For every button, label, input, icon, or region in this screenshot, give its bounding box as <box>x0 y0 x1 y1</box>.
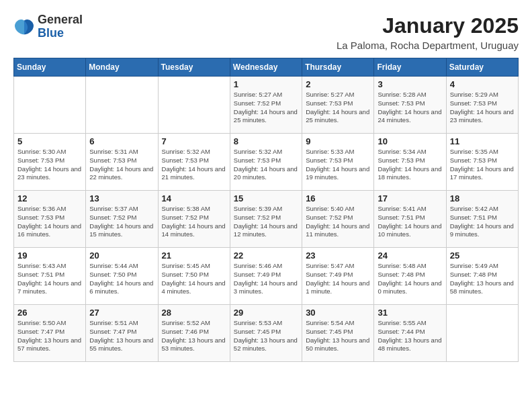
day-info: Sunrise: 5:43 AM Sunset: 7:51 PM Dayligh… <box>17 262 82 296</box>
calendar-subtitle: La Paloma, Rocha Department, Uruguay <box>337 40 519 51</box>
calendar-cell: 19Sunrise: 5:43 AM Sunset: 7:51 PM Dayli… <box>14 248 86 305</box>
day-info: Sunrise: 5:46 AM Sunset: 7:49 PM Dayligh… <box>234 262 298 296</box>
day-info: Sunrise: 5:34 AM Sunset: 7:53 PM Dayligh… <box>378 148 442 182</box>
day-info: Sunrise: 5:27 AM Sunset: 7:52 PM Dayligh… <box>234 91 298 125</box>
logo-blue-text: Blue <box>38 27 83 40</box>
day-info: Sunrise: 5:40 AM Sunset: 7:52 PM Dayligh… <box>306 205 370 239</box>
calendar-week-1: 1Sunrise: 5:27 AM Sunset: 7:52 PM Daylig… <box>14 77 519 134</box>
calendar-body: 1Sunrise: 5:27 AM Sunset: 7:52 PM Daylig… <box>14 77 519 362</box>
calendar-cell: 17Sunrise: 5:41 AM Sunset: 7:51 PM Dayli… <box>374 191 446 248</box>
day-info: Sunrise: 5:32 AM Sunset: 7:53 PM Dayligh… <box>234 148 298 182</box>
day-info: Sunrise: 5:28 AM Sunset: 7:53 PM Dayligh… <box>378 91 442 125</box>
day-number: 15 <box>234 193 298 203</box>
day-number: 12 <box>17 193 82 203</box>
calendar-cell: 10Sunrise: 5:34 AM Sunset: 7:53 PM Dayli… <box>374 134 446 191</box>
calendar-cell: 12Sunrise: 5:36 AM Sunset: 7:53 PM Dayli… <box>14 191 86 248</box>
day-info: Sunrise: 5:27 AM Sunset: 7:53 PM Dayligh… <box>306 91 370 125</box>
header-sunday: Sunday <box>14 58 86 77</box>
calendar-cell: 8Sunrise: 5:32 AM Sunset: 7:53 PM Daylig… <box>230 134 302 191</box>
day-number: 31 <box>378 308 442 318</box>
calendar-week-4: 19Sunrise: 5:43 AM Sunset: 7:51 PM Dayli… <box>14 248 519 305</box>
day-info: Sunrise: 5:39 AM Sunset: 7:52 PM Dayligh… <box>234 205 298 239</box>
day-number: 2 <box>306 79 370 89</box>
day-number: 1 <box>234 79 298 89</box>
day-number: 20 <box>89 250 154 261</box>
calendar-cell: 28Sunrise: 5:52 AM Sunset: 7:46 PM Dayli… <box>158 305 230 362</box>
day-number: 19 <box>17 250 82 261</box>
calendar-week-3: 12Sunrise: 5:36 AM Sunset: 7:53 PM Dayli… <box>14 191 519 248</box>
day-info: Sunrise: 5:52 AM Sunset: 7:46 PM Dayligh… <box>162 319 226 353</box>
calendar-cell: 5Sunrise: 5:30 AM Sunset: 7:53 PM Daylig… <box>14 134 86 191</box>
day-number: 23 <box>306 250 370 261</box>
day-number: 14 <box>162 193 226 203</box>
calendar-cell <box>446 305 518 362</box>
header-tuesday: Tuesday <box>158 58 230 77</box>
calendar-cell: 7Sunrise: 5:32 AM Sunset: 7:53 PM Daylig… <box>158 134 230 191</box>
day-number: 28 <box>162 308 226 318</box>
calendar-week-2: 5Sunrise: 5:30 AM Sunset: 7:53 PM Daylig… <box>14 134 519 191</box>
calendar-cell: 11Sunrise: 5:35 AM Sunset: 7:53 PM Dayli… <box>446 134 518 191</box>
calendar-cell: 25Sunrise: 5:49 AM Sunset: 7:48 PM Dayli… <box>446 248 518 305</box>
day-number: 4 <box>450 79 515 89</box>
day-info: Sunrise: 5:54 AM Sunset: 7:45 PM Dayligh… <box>306 319 370 353</box>
logo: General Blue <box>13 13 83 40</box>
calendar-cell: 13Sunrise: 5:37 AM Sunset: 7:52 PM Dayli… <box>86 191 158 248</box>
calendar-cell <box>86 77 158 134</box>
day-info: Sunrise: 5:53 AM Sunset: 7:45 PM Dayligh… <box>234 319 298 353</box>
calendar-cell: 24Sunrise: 5:48 AM Sunset: 7:48 PM Dayli… <box>374 248 446 305</box>
day-number: 10 <box>378 136 442 146</box>
day-info: Sunrise: 5:44 AM Sunset: 7:50 PM Dayligh… <box>89 262 154 296</box>
day-number: 9 <box>306 136 370 146</box>
header-row: Sunday Monday Tuesday Wednesday Thursday… <box>14 58 519 77</box>
calendar-cell: 20Sunrise: 5:44 AM Sunset: 7:50 PM Dayli… <box>86 248 158 305</box>
day-number: 8 <box>234 136 298 146</box>
calendar-table: Sunday Monday Tuesday Wednesday Thursday… <box>13 58 519 362</box>
day-info: Sunrise: 5:37 AM Sunset: 7:52 PM Dayligh… <box>89 205 154 239</box>
calendar-cell: 26Sunrise: 5:50 AM Sunset: 7:47 PM Dayli… <box>14 305 86 362</box>
day-number: 6 <box>89 136 154 146</box>
calendar-cell: 18Sunrise: 5:42 AM Sunset: 7:51 PM Dayli… <box>446 191 518 248</box>
calendar-cell <box>14 77 86 134</box>
day-number: 5 <box>17 136 82 146</box>
calendar-cell: 16Sunrise: 5:40 AM Sunset: 7:52 PM Dayli… <box>302 191 374 248</box>
day-number: 3 <box>378 79 442 89</box>
page-header: General Blue January 2025 La Paloma, Roc… <box>13 13 519 51</box>
header-monday: Monday <box>86 58 158 77</box>
header-friday: Friday <box>374 58 446 77</box>
day-info: Sunrise: 5:31 AM Sunset: 7:53 PM Dayligh… <box>89 148 154 182</box>
calendar-title: January 2025 <box>337 13 519 38</box>
day-number: 17 <box>378 193 442 203</box>
calendar-cell: 23Sunrise: 5:47 AM Sunset: 7:49 PM Dayli… <box>302 248 374 305</box>
calendar-cell: 22Sunrise: 5:46 AM Sunset: 7:49 PM Dayli… <box>230 248 302 305</box>
day-info: Sunrise: 5:49 AM Sunset: 7:48 PM Dayligh… <box>450 262 515 296</box>
day-number: 11 <box>450 136 515 146</box>
day-info: Sunrise: 5:50 AM Sunset: 7:47 PM Dayligh… <box>17 319 82 353</box>
calendar-cell: 1Sunrise: 5:27 AM Sunset: 7:52 PM Daylig… <box>230 77 302 134</box>
day-info: Sunrise: 5:47 AM Sunset: 7:49 PM Dayligh… <box>306 262 370 296</box>
day-info: Sunrise: 5:42 AM Sunset: 7:51 PM Dayligh… <box>450 205 515 239</box>
day-info: Sunrise: 5:45 AM Sunset: 7:50 PM Dayligh… <box>162 262 226 296</box>
header-wednesday: Wednesday <box>230 58 302 77</box>
day-number: 21 <box>162 250 226 261</box>
day-info: Sunrise: 5:41 AM Sunset: 7:51 PM Dayligh… <box>378 205 442 239</box>
day-number: 27 <box>89 308 154 318</box>
day-number: 18 <box>450 193 515 203</box>
day-number: 25 <box>450 250 515 261</box>
day-number: 30 <box>306 308 370 318</box>
calendar-cell <box>158 77 230 134</box>
title-area: January 2025 La Paloma, Rocha Department… <box>337 13 519 51</box>
calendar-cell: 6Sunrise: 5:31 AM Sunset: 7:53 PM Daylig… <box>86 134 158 191</box>
day-info: Sunrise: 5:55 AM Sunset: 7:44 PM Dayligh… <box>378 319 442 353</box>
calendar-cell: 30Sunrise: 5:54 AM Sunset: 7:45 PM Dayli… <box>302 305 374 362</box>
calendar-cell: 4Sunrise: 5:29 AM Sunset: 7:53 PM Daylig… <box>446 77 518 134</box>
calendar-header: Sunday Monday Tuesday Wednesday Thursday… <box>14 58 519 77</box>
day-info: Sunrise: 5:51 AM Sunset: 7:47 PM Dayligh… <box>89 319 154 353</box>
calendar-cell: 15Sunrise: 5:39 AM Sunset: 7:52 PM Dayli… <box>230 191 302 248</box>
day-number: 29 <box>234 308 298 318</box>
logo-icon <box>13 16 35 38</box>
day-info: Sunrise: 5:36 AM Sunset: 7:53 PM Dayligh… <box>17 205 82 239</box>
day-number: 7 <box>162 136 226 146</box>
day-number: 26 <box>17 308 82 318</box>
day-info: Sunrise: 5:38 AM Sunset: 7:52 PM Dayligh… <box>162 205 226 239</box>
day-info: Sunrise: 5:32 AM Sunset: 7:53 PM Dayligh… <box>162 148 226 182</box>
